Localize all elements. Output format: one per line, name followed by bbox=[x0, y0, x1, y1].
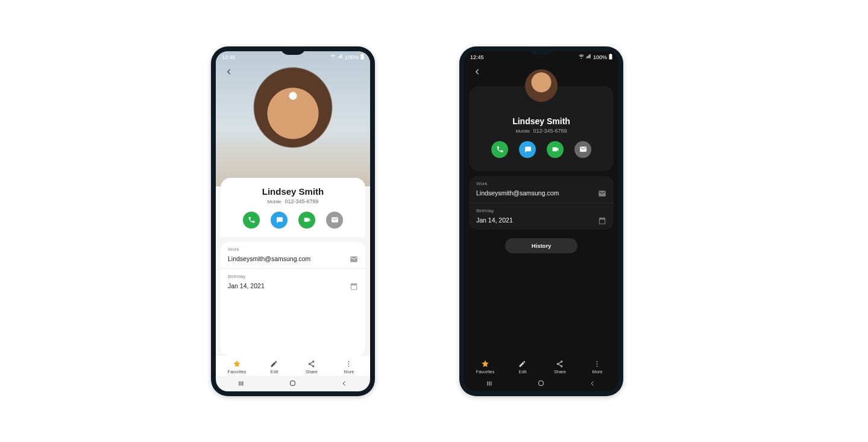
mail-icon[interactable] bbox=[598, 189, 606, 198]
status-time: 12:45 bbox=[470, 54, 484, 60]
svg-point-12 bbox=[557, 363, 558, 364]
video-call-button[interactable] bbox=[547, 141, 564, 158]
call-button[interactable] bbox=[491, 141, 508, 158]
birthday-value: Jan 14, 2021 bbox=[228, 282, 265, 289]
battery-icon bbox=[360, 54, 364, 61]
edit-button[interactable]: Edit bbox=[504, 359, 541, 374]
birthday-row[interactable]: Birthday Jan 14, 2021 bbox=[469, 203, 614, 230]
nav-back[interactable] bbox=[567, 380, 618, 387]
svg-point-13 bbox=[561, 365, 562, 367]
email-row[interactable]: Work Lindseysmith@samsung.com bbox=[469, 176, 614, 203]
star-icon bbox=[481, 359, 489, 368]
back-button[interactable] bbox=[470, 65, 485, 79]
nav-home[interactable] bbox=[268, 379, 318, 387]
birthday-label: Birthday bbox=[476, 208, 513, 213]
email-label: Work bbox=[476, 181, 559, 186]
contact-photo-hero bbox=[216, 51, 370, 186]
phone-label: Mobile bbox=[515, 128, 530, 134]
svg-point-4 bbox=[313, 365, 314, 367]
favorites-button[interactable]: Favorites bbox=[467, 359, 504, 374]
mail-icon[interactable] bbox=[350, 255, 358, 264]
history-button[interactable]: History bbox=[505, 238, 577, 253]
call-button[interactable] bbox=[243, 212, 260, 229]
wifi-icon bbox=[330, 54, 336, 60]
battery-text: 100% bbox=[345, 54, 359, 60]
phone-light-mode: 12:45 100% Lindsey Smith Mobile 012-345-… bbox=[211, 46, 375, 396]
android-nav-bar bbox=[216, 376, 370, 391]
message-button[interactable] bbox=[519, 141, 536, 158]
signal-icon bbox=[338, 54, 343, 60]
battery-icon bbox=[609, 54, 612, 61]
contact-phone: 012-345-6789 bbox=[533, 128, 567, 134]
contact-phone: 012-345-6789 bbox=[285, 198, 319, 204]
more-button[interactable]: More bbox=[579, 359, 616, 374]
more-vert-icon bbox=[345, 359, 353, 368]
svg-point-2 bbox=[313, 361, 314, 362]
contact-avatar[interactable] bbox=[525, 69, 558, 102]
wifi-icon bbox=[579, 54, 584, 60]
star-icon bbox=[233, 359, 241, 368]
share-icon bbox=[556, 359, 564, 368]
favorites-button[interactable]: Favorites bbox=[218, 359, 256, 374]
svg-point-3 bbox=[309, 363, 310, 364]
signal-icon bbox=[586, 54, 591, 60]
back-button[interactable] bbox=[222, 65, 236, 79]
bottom-action-bar: Favorites Edit Share More bbox=[216, 356, 370, 376]
svg-rect-9 bbox=[609, 54, 612, 60]
svg-point-5 bbox=[348, 361, 350, 362]
svg-rect-10 bbox=[610, 54, 611, 54]
contact-name: Lindsey Smith bbox=[221, 186, 365, 197]
contact-name: Lindsey Smith bbox=[469, 116, 614, 126]
svg-rect-1 bbox=[362, 54, 363, 54]
video-call-button[interactable] bbox=[298, 212, 315, 229]
nav-recents[interactable] bbox=[464, 379, 515, 388]
contact-details-card: Work Lindseysmith@samsung.com Birthday J… bbox=[469, 176, 614, 230]
email-label: Work bbox=[228, 247, 310, 252]
share-button[interactable]: Share bbox=[293, 359, 330, 374]
pencil-icon bbox=[270, 359, 278, 368]
svg-point-16 bbox=[597, 365, 598, 367]
svg-point-6 bbox=[348, 363, 350, 364]
email-button[interactable] bbox=[574, 141, 591, 158]
share-icon bbox=[307, 359, 316, 368]
svg-point-14 bbox=[597, 361, 598, 362]
more-vert-icon bbox=[593, 359, 602, 368]
battery-text: 100% bbox=[593, 54, 607, 60]
birthday-label: Birthday bbox=[228, 274, 265, 279]
pencil-icon bbox=[518, 359, 527, 368]
email-row[interactable]: Work Lindseysmith@samsung.com bbox=[221, 242, 365, 269]
nav-home[interactable] bbox=[516, 379, 567, 387]
birthday-row[interactable]: Birthday Jan 14, 2021 bbox=[221, 269, 365, 295]
phone-label: Mobile bbox=[267, 199, 281, 204]
email-button[interactable] bbox=[326, 212, 343, 229]
svg-point-7 bbox=[348, 365, 350, 367]
share-button[interactable]: Share bbox=[541, 359, 579, 374]
calendar-icon[interactable] bbox=[350, 282, 358, 291]
birthday-value: Jan 14, 2021 bbox=[476, 216, 513, 224]
svg-point-11 bbox=[561, 361, 562, 362]
svg-rect-0 bbox=[361, 54, 364, 60]
nav-back[interactable] bbox=[319, 380, 370, 387]
calendar-icon[interactable] bbox=[598, 216, 606, 225]
android-nav-bar bbox=[464, 376, 618, 391]
contact-details-card: Work Lindseysmith@samsung.com Birthday J… bbox=[221, 242, 365, 356]
contact-header-card: Lindsey Smith Mobile 012-345-6789 bbox=[469, 86, 614, 171]
contact-phone-line: Mobile 012-345-6789 bbox=[469, 128, 614, 134]
edit-button[interactable]: Edit bbox=[256, 359, 293, 374]
contact-header-card: Lindsey Smith Mobile 012-345-6789 bbox=[221, 178, 365, 237]
nav-recents[interactable] bbox=[216, 379, 266, 388]
message-button[interactable] bbox=[271, 212, 288, 229]
bottom-action-bar: Favorites Edit Share More bbox=[464, 356, 618, 376]
email-value: Lindseysmith@samsung.com bbox=[228, 255, 310, 262]
email-value: Lindseysmith@samsung.com bbox=[476, 189, 559, 197]
svg-rect-17 bbox=[539, 381, 544, 386]
contact-phone-line: Mobile 012-345-6789 bbox=[221, 198, 365, 204]
phone-dark-mode: 12:45 100% Lindsey Smith Mobile 012-345-… bbox=[459, 46, 623, 396]
svg-rect-8 bbox=[291, 381, 295, 386]
more-button[interactable]: More bbox=[330, 359, 368, 374]
svg-point-15 bbox=[597, 363, 598, 364]
status-time: 12:45 bbox=[222, 54, 236, 60]
